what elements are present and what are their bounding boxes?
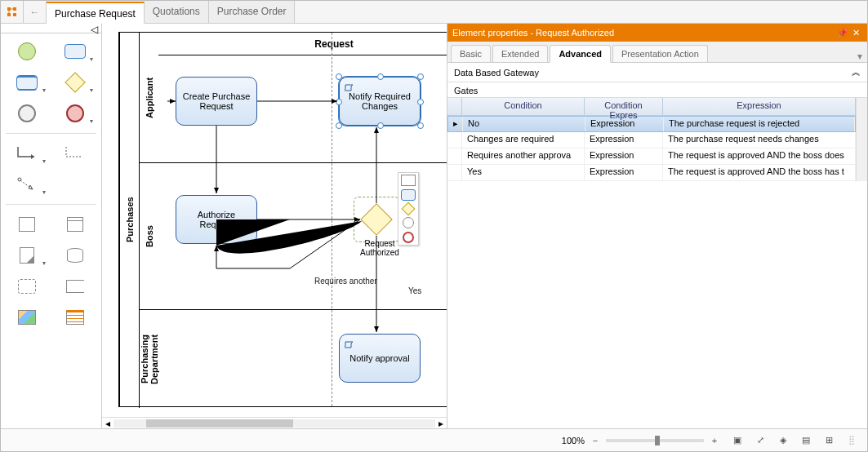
tab-presentation-action[interactable]: Presentation Action — [612, 45, 708, 62]
subprocess-icon[interactable] — [7, 71, 47, 94]
col-condition[interactable]: Condition — [462, 98, 585, 115]
image-icon[interactable] — [7, 306, 47, 329]
association-icon[interactable] — [56, 142, 96, 165]
cell-expression[interactable]: The request is approved AND the boss has… — [663, 165, 856, 180]
flow-label-yes: Yes — [408, 286, 421, 295]
data-store-icon[interactable] — [56, 244, 96, 267]
zoom-slider[interactable] — [606, 439, 704, 442]
lane-label: Purchasing Department — [139, 310, 158, 408]
end-event-icon[interactable] — [56, 102, 96, 125]
table-row[interactable]: ▸ No Expression The purchase request is … — [447, 116, 856, 132]
pool-label: Purchases — [119, 33, 139, 406]
zoom-in-icon[interactable]: + — [707, 433, 722, 448]
group-icon[interactable] — [7, 275, 47, 298]
lane-vertical-icon[interactable] — [7, 213, 47, 236]
zoom-out-icon[interactable]: − — [588, 433, 603, 448]
horizontal-scrollbar[interactable]: ◂ ▸ — [102, 417, 447, 428]
pin-icon[interactable]: 📌 — [836, 28, 849, 38]
cell-condition[interactable]: No — [463, 117, 585, 131]
lane-horizontal-icon[interactable] — [56, 213, 96, 236]
cell-type[interactable]: Expression — [585, 165, 663, 180]
selection-handle[interactable] — [377, 73, 384, 80]
task-icon[interactable] — [56, 40, 96, 63]
fit-width-icon[interactable]: ⤢ — [753, 433, 768, 448]
context-intermediate-event-icon[interactable] — [403, 217, 414, 228]
cell-expression[interactable]: The purchase request is rejected — [664, 117, 855, 131]
close-icon[interactable]: ✕ — [849, 28, 862, 38]
col-expression[interactable]: Expression — [663, 98, 856, 115]
table-row[interactable]: Yes Expression The request is approved A… — [447, 165, 856, 181]
tab-quotations[interactable]: Quotations — [145, 1, 209, 23]
cell-type[interactable]: Expression — [585, 132, 663, 148]
section-title: Data Based Gateway — [454, 68, 539, 78]
scroll-right-icon[interactable]: ▸ — [438, 418, 443, 429]
resize-grip-icon[interactable]: ⣿ — [844, 433, 859, 448]
selection-handle[interactable] — [336, 99, 342, 105]
selection-handle[interactable] — [417, 122, 424, 129]
task-notify-approval[interactable]: Notify approval — [339, 334, 421, 383]
palette-collapse-icon[interactable]: ◁ — [1, 24, 101, 33]
table-row[interactable]: Changes are required Expression The purc… — [447, 132, 856, 148]
sequence-flow-icon[interactable] — [7, 142, 47, 165]
svg-rect-2 — [7, 13, 11, 16]
tab-purchase-order[interactable]: Purchase Order — [209, 1, 296, 23]
view-thumbnails-icon[interactable]: ▤ — [799, 433, 813, 448]
cell-condition[interactable]: Requires another approva — [462, 148, 585, 164]
panel-header[interactable]: Element properties - Request Authorized … — [447, 24, 867, 42]
table-header: Condition Condition Expres Expression — [447, 98, 856, 116]
back-button[interactable]: ← — [24, 1, 47, 24]
gateway-request-authorized[interactable] — [360, 203, 393, 236]
selection-handle[interactable] — [336, 73, 342, 80]
fit-page-icon[interactable]: ▣ — [730, 433, 745, 448]
diagram-canvas-wrap: Purchases Request Applicant Boss Purchas… — [102, 24, 447, 428]
panel-title: Element properties - Request Authorized — [452, 28, 614, 38]
context-annotation-icon[interactable] — [401, 175, 416, 186]
svg-rect-0 — [7, 7, 11, 11]
task-notify-required-changes[interactable]: Notify Required Changes — [339, 77, 421, 126]
col-condition-expression-type[interactable]: Condition Expres — [585, 98, 663, 115]
section-collapse-icon[interactable]: ︽ — [852, 66, 861, 78]
zoom-100-icon[interactable]: ◈ — [776, 433, 790, 448]
table-row[interactable]: Requires another approva Expression The … — [447, 148, 856, 165]
tab-extended[interactable]: Extended — [492, 45, 548, 62]
text-annotation-icon[interactable] — [56, 275, 96, 298]
data-object-icon[interactable] — [7, 244, 47, 267]
selection-handle[interactable] — [417, 99, 424, 105]
table-vertical-scrollbar[interactable] — [856, 98, 867, 181]
scroll-left-icon[interactable]: ◂ — [105, 418, 110, 429]
task-label: Notify approval — [349, 353, 409, 363]
tab-advanced[interactable]: Advanced — [550, 45, 611, 63]
cell-expression[interactable]: The request is approved AND the boss doe… — [663, 148, 856, 164]
section-header[interactable]: Data Based Gateway ︽ — [447, 63, 867, 82]
diagram-canvas[interactable]: Purchases Request Applicant Boss Purchas… — [102, 24, 447, 417]
task-create-purchase-request[interactable]: Create Purchase Request — [176, 77, 257, 126]
selection-handle[interactable] — [417, 73, 424, 80]
tab-purchase-request[interactable]: Purchase Request — [47, 2, 145, 24]
flow-label-requires-another: Requires another — [314, 277, 377, 286]
status-bar: 100% − + ▣ ⤢ ◈ ▤ ⊞ ⣿ — [1, 428, 867, 451]
gates-label: Gates — [447, 82, 867, 98]
start-event-icon[interactable] — [7, 40, 47, 63]
selection-handle[interactable] — [377, 122, 384, 129]
context-gateway-icon[interactable] — [402, 202, 416, 216]
cell-expression[interactable]: The purchase request needs changes — [663, 132, 856, 148]
panel-tabs-menu-icon[interactable]: ▾ — [857, 51, 862, 62]
tab-basic[interactable]: Basic — [451, 45, 491, 62]
zoom-control: 100% − + — [562, 433, 722, 448]
cell-condition[interactable]: Yes — [462, 165, 585, 180]
cell-type[interactable]: Expression — [585, 117, 664, 131]
intermediate-event-icon[interactable] — [7, 102, 47, 125]
top-tab-bar: ← Purchase Request Quotations Purchase O… — [1, 1, 867, 24]
app-menu-icon[interactable] — [1, 1, 24, 24]
context-task-icon[interactable] — [401, 189, 416, 201]
message-flow-icon[interactable] — [7, 173, 47, 196]
cell-condition[interactable]: Changes are required — [462, 132, 585, 148]
cell-type[interactable]: Expression — [585, 148, 663, 164]
scrollbar-thumb[interactable] — [146, 419, 293, 428]
context-end-event-icon[interactable] — [403, 232, 414, 243]
view-process-icon[interactable]: ⊞ — [821, 433, 836, 448]
selection-handle[interactable] — [336, 122, 342, 129]
table-widget-icon[interactable] — [56, 306, 96, 329]
gateway-icon[interactable] — [56, 71, 96, 94]
task-authorize-request[interactable]: Authorize Request — [176, 195, 257, 244]
